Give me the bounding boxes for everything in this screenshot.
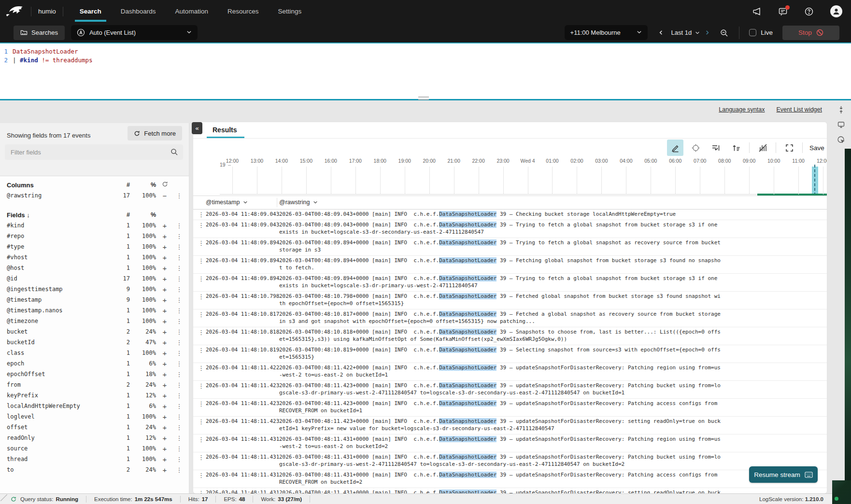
repo-name[interactable]: humio [38, 8, 56, 15]
save-button[interactable]: Save [808, 141, 827, 154]
field-menu-icon[interactable]: ⋮ [173, 307, 185, 314]
fullscreen-icon[interactable] [781, 140, 797, 156]
row-menu-icon[interactable]: ⋮ [198, 490, 204, 494]
filter-fields-input[interactable] [5, 144, 183, 160]
field-name[interactable]: #vhost [7, 254, 112, 261]
view-selector[interactable]: Auto (Event List) [71, 25, 198, 40]
add-column-button[interactable]: + [156, 286, 173, 293]
log-event-row[interactable]: ⋮2026-03-04 11:48:09.0432026-03-04T00:48… [193, 220, 827, 238]
log-event-row[interactable]: ⋮2026-03-04 11:48:09.8942026-03-04T00:48… [193, 256, 827, 274]
time-forward-button[interactable] [702, 26, 713, 40]
resize-grip[interactable] [0, 494, 7, 501]
log-event-row[interactable]: ⋮2026-03-04 11:48:11.4232026-03-04T00:48… [193, 399, 827, 417]
add-column-button[interactable]: + [156, 424, 173, 431]
tab-results[interactable]: Results [213, 126, 237, 134]
log-event-row[interactable]: ⋮2026-03-04 11:48:10.8182026-03-04T00:48… [193, 327, 827, 345]
field-menu-icon[interactable]: ⋮ [173, 371, 185, 378]
field-name[interactable]: bucketId [7, 339, 112, 346]
field-menu-icon[interactable]: ⋮ [173, 233, 185, 240]
field-name[interactable]: keyPrefix [7, 392, 112, 399]
interactions-icon[interactable] [837, 136, 845, 144]
field-menu-icon[interactable]: ⋮ [173, 222, 185, 229]
add-column-button[interactable]: + [156, 222, 173, 229]
field-menu-icon[interactable]: ⋮ [173, 360, 185, 367]
log-event-row[interactable]: ⋮2026-03-04 11:48:10.8172026-03-04T00:48… [193, 309, 827, 327]
field-name[interactable]: localAndHttpWereEmpty [7, 403, 112, 409]
field-name[interactable]: #type [7, 243, 112, 250]
field-menu-icon[interactable]: ⋮ [173, 243, 185, 251]
field-menu-icon[interactable]: ⋮ [173, 424, 185, 431]
sort-icon[interactable] [728, 140, 744, 156]
timezone-selector[interactable]: +11:00 Melbourne [565, 25, 648, 40]
row-menu-icon[interactable]: ⋮ [198, 382, 204, 390]
field-menu-icon[interactable]: ⋮ [173, 339, 185, 346]
help-icon[interactable] [804, 7, 814, 16]
field-menu-icon[interactable]: ⋮ [173, 296, 185, 304]
add-column-button[interactable]: + [156, 265, 173, 272]
field-name[interactable]: source [7, 445, 112, 452]
field-name[interactable]: @timestamp.nanos [7, 307, 112, 314]
field-menu-icon[interactable]: ⋮ [173, 192, 185, 199]
field-menu-icon[interactable]: ⋮ [173, 434, 185, 442]
time-range-selector[interactable]: Last 1d [671, 29, 700, 36]
field-menu-icon[interactable]: ⋮ [173, 413, 185, 420]
field-menu-icon[interactable]: ⋮ [173, 318, 185, 325]
log-event-row[interactable]: ⋮2026-03-04 11:48:10.7982026-03-04T00:48… [193, 292, 827, 309]
add-column-button[interactable]: + [156, 445, 173, 452]
fetch-more-button[interactable]: Fetch more [128, 126, 182, 140]
add-column-button[interactable]: + [156, 360, 173, 367]
field-menu-icon[interactable]: ⋮ [173, 328, 185, 336]
column-header-timestamp[interactable]: @timestamp [206, 199, 248, 206]
row-menu-icon[interactable]: ⋮ [198, 211, 204, 218]
log-event-row[interactable]: ⋮2026-03-04 11:48:11.4312026-03-04T00:48… [193, 488, 827, 494]
add-column-button[interactable]: + [156, 413, 173, 420]
field-name[interactable]: @id [7, 275, 112, 282]
query-editor[interactable]: 1DataSnapshotLoader2| #kind != threaddum… [0, 42, 851, 100]
field-menu-icon[interactable]: ⋮ [173, 381, 185, 389]
row-menu-icon[interactable]: ⋮ [198, 257, 204, 265]
add-column-button[interactable]: + [156, 456, 173, 463]
field-name[interactable]: @timezone [7, 318, 112, 324]
row-menu-icon[interactable]: ⋮ [198, 293, 204, 300]
row-menu-icon[interactable]: ⋮ [198, 329, 204, 336]
field-name[interactable]: @rawstring [7, 192, 112, 199]
zoom-out-time-icon[interactable] [720, 28, 728, 37]
stop-button[interactable]: Stop [782, 26, 839, 40]
log-event-row[interactable]: ⋮2026-03-04 11:48:09.8942026-03-04T00:48… [193, 238, 827, 256]
log-event-row[interactable]: ⋮2026-03-04 11:48:11.4312026-03-04T00:48… [193, 470, 827, 488]
row-menu-icon[interactable]: ⋮ [198, 311, 204, 318]
column-header-rawstring[interactable]: @rawstring [279, 199, 318, 206]
add-column-button[interactable]: + [156, 403, 173, 410]
field-menu-icon[interactable]: ⋮ [173, 392, 185, 399]
nav-item-resources[interactable]: Resources [227, 1, 260, 22]
event-timeline-chart[interactable]: 19 12:0013:0014:0015:0016:0017:0018:0019… [220, 158, 827, 195]
nav-item-settings[interactable]: Settings [277, 1, 302, 22]
field-menu-icon[interactable]: ⋮ [173, 456, 185, 463]
annotate-pen-icon[interactable] [667, 140, 683, 156]
row-menu-icon[interactable]: ⋮ [198, 418, 204, 425]
time-back-button[interactable] [655, 26, 667, 40]
field-name[interactable]: offset [7, 424, 112, 431]
wrap-lines-icon[interactable] [708, 140, 724, 156]
log-event-row[interactable]: ⋮2026-03-04 11:48:09.8942026-03-04T00:48… [193, 274, 827, 292]
field-name[interactable]: epoch [7, 360, 112, 367]
row-menu-icon[interactable]: ⋮ [198, 454, 204, 461]
messages-icon[interactable] [778, 7, 788, 16]
remove-column-button[interactable]: − [156, 192, 173, 199]
live-checkbox[interactable] [749, 29, 756, 36]
add-column-button[interactable]: + [156, 275, 173, 282]
widget-board-icon[interactable] [837, 121, 845, 129]
resize-handle[interactable] [418, 97, 429, 100]
refresh-columns-icon[interactable] [156, 181, 173, 189]
nav-item-search[interactable]: Search [79, 1, 102, 22]
announcements-icon[interactable] [752, 7, 762, 16]
row-menu-icon[interactable]: ⋮ [198, 275, 204, 282]
language-syntax-link[interactable]: Language syntax [719, 106, 765, 113]
row-menu-icon[interactable]: ⋮ [198, 347, 204, 354]
add-column-button[interactable]: + [156, 339, 173, 346]
nav-item-dashboards[interactable]: Dashboards [120, 1, 157, 22]
add-column-button[interactable]: + [156, 434, 173, 442]
field-name[interactable]: bucket [7, 328, 112, 335]
column-divider[interactable] [277, 198, 277, 207]
field-name[interactable]: readOnly [7, 434, 112, 441]
